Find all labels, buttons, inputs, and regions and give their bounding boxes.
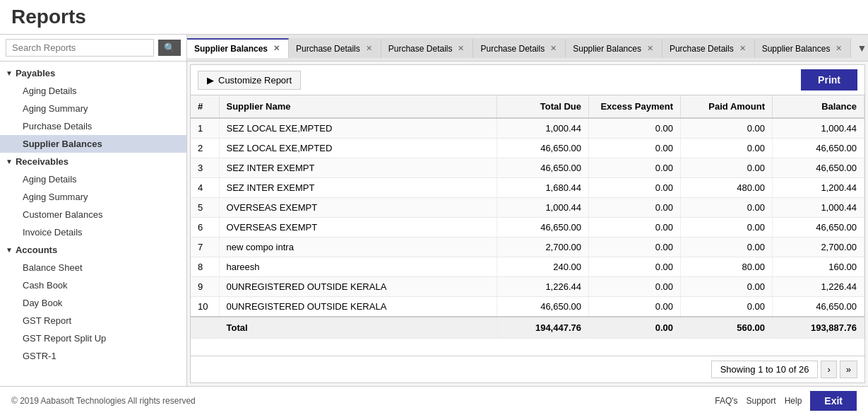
tab-label: Supplier Balances bbox=[194, 44, 268, 54]
search-input[interactable] bbox=[6, 39, 154, 57]
sidebar-item-aging-summary-receivables[interactable]: Aging Summary bbox=[0, 188, 186, 206]
customize-label: Customize Report bbox=[218, 75, 292, 86]
tabs-overflow-button[interactable]: ▼ bbox=[851, 38, 868, 58]
row-balance: 1,000.44 bbox=[773, 118, 864, 139]
next-page-button[interactable]: › bbox=[821, 361, 836, 378]
row-paid-amount: 0.00 bbox=[681, 118, 773, 139]
sidebar-group-receivables[interactable]: ▼ Receivables bbox=[0, 153, 186, 170]
sidebar-item-customer-balances[interactable]: Customer Balances bbox=[0, 206, 186, 223]
row-balance: 46,650.00 bbox=[773, 158, 864, 178]
table-row: 3 SEZ INTER EXEMPT 46,650.00 0.00 0.00 4… bbox=[191, 158, 864, 178]
tab-close-icon[interactable]: ✕ bbox=[456, 44, 465, 53]
sidebar-item-purchase-details[interactable]: Purchase Details bbox=[0, 117, 186, 135]
table-row: 4 SEZ INTER EXEMPT 1,680.44 0.00 480.00 … bbox=[191, 178, 864, 198]
row-paid-amount: 0.00 bbox=[681, 238, 773, 257]
row-total-due: 46,650.00 bbox=[497, 139, 589, 158]
sidebar-item-gst-report-split-up[interactable]: GST Report Split Up bbox=[0, 329, 186, 347]
exit-button[interactable]: Exit bbox=[810, 391, 857, 411]
row-total-due: 46,650.00 bbox=[497, 297, 589, 317]
customize-report-button[interactable]: ▶ Customize Report bbox=[198, 71, 301, 90]
col-header-supplier-name: Supplier Name bbox=[219, 95, 497, 118]
app-title: Reports bbox=[11, 6, 86, 28]
row-supplier-name: OVERSEAS EXEMPT bbox=[219, 218, 497, 238]
payables-triangle-icon: ▼ bbox=[6, 69, 13, 77]
row-num: 2 bbox=[191, 139, 219, 158]
tab-purchase-details-4[interactable]: Purchase Details ✕ bbox=[662, 38, 755, 58]
app-header: Reports bbox=[0, 0, 868, 35]
sidebar-item-invoice-details[interactable]: Invoice Details bbox=[0, 223, 186, 241]
receivables-triangle-icon: ▼ bbox=[6, 158, 13, 165]
row-balance: 46,650.00 bbox=[773, 139, 864, 158]
row-supplier-name: new compo intra bbox=[219, 238, 497, 257]
faq-link[interactable]: FAQ's bbox=[715, 396, 737, 406]
row-excess-payment: 0.00 bbox=[589, 257, 681, 277]
tab-close-icon[interactable]: ✕ bbox=[738, 44, 747, 53]
sidebar-item-cash-book[interactable]: Cash Book bbox=[0, 276, 186, 294]
last-page-button[interactable]: » bbox=[840, 361, 857, 378]
row-balance: 1,200.44 bbox=[773, 178, 864, 198]
search-bar: 🔍 bbox=[0, 35, 186, 62]
tab-close-icon[interactable]: ✕ bbox=[646, 44, 655, 53]
sidebar-item-gstr1[interactable]: GSTR-1 bbox=[0, 347, 186, 365]
tab-purchase-details-3[interactable]: Purchase Details ✕ bbox=[473, 38, 566, 58]
tab-close-icon[interactable]: ✕ bbox=[272, 44, 281, 53]
sidebar-item-aging-summary-payables[interactable]: Aging Summary bbox=[0, 100, 186, 117]
sidebar: 🔍 ▼ Payables Aging Details Aging Summary… bbox=[0, 35, 187, 386]
tab-label: Purchase Details bbox=[670, 44, 734, 54]
triangle-icon: ▶ bbox=[207, 75, 214, 86]
table-row: 8 hareesh 240.00 0.00 80.00 160.00 bbox=[191, 257, 864, 277]
print-button[interactable]: Print bbox=[801, 69, 857, 90]
sidebar-group-payables[interactable]: ▼ Payables bbox=[0, 64, 186, 82]
row-excess-payment: 0.00 bbox=[589, 118, 681, 139]
row-balance: 2,700.00 bbox=[773, 238, 864, 257]
row-supplier-name: SEZ LOCAL EXE,MPTED bbox=[219, 118, 497, 139]
tab-label: Supplier Balances bbox=[762, 44, 831, 54]
sidebar-item-aging-details-payables[interactable]: Aging Details bbox=[0, 82, 186, 100]
tab-supplier-balances-1[interactable]: Supplier Balances ✕ bbox=[187, 38, 289, 58]
row-excess-payment: 0.00 bbox=[589, 277, 681, 297]
tab-purchase-details-1[interactable]: Purchase Details ✕ bbox=[289, 38, 381, 58]
table-row: 9 0UNREGISTERED OUTSIDE KERALA 1,226.44 … bbox=[191, 277, 864, 297]
tab-label: Supplier Balances bbox=[573, 44, 641, 54]
support-link[interactable]: Support bbox=[747, 396, 776, 406]
row-paid-amount: 0.00 bbox=[681, 139, 773, 158]
tab-supplier-balances-3[interactable]: Supplier Balances ✕ bbox=[755, 38, 852, 58]
tab-purchase-details-2[interactable]: Purchase Details ✕ bbox=[381, 38, 474, 58]
sidebar-item-day-book[interactable]: Day Book bbox=[0, 294, 186, 312]
search-button[interactable]: 🔍 bbox=[158, 40, 181, 56]
sidebar-item-balance-sheet[interactable]: Balance Sheet bbox=[0, 259, 186, 276]
row-excess-payment: 0.00 bbox=[589, 218, 681, 238]
row-excess-payment: 0.00 bbox=[589, 139, 681, 158]
report-toolbar: ▶ Customize Report Print bbox=[191, 65, 864, 95]
tab-close-icon[interactable]: ✕ bbox=[549, 44, 558, 53]
row-balance: 1,226.44 bbox=[773, 277, 864, 297]
row-total-due: 46,650.00 bbox=[497, 158, 589, 178]
sidebar-item-supplier-balances[interactable]: Supplier Balances bbox=[0, 135, 186, 153]
sidebar-item-aging-details-receivables[interactable]: Aging Details bbox=[0, 170, 186, 188]
accounts-triangle-icon: ▼ bbox=[6, 246, 13, 254]
total-excess: 0.00 bbox=[589, 317, 681, 339]
row-excess-payment: 0.00 bbox=[589, 178, 681, 198]
report-table: # Supplier Name Total Due Excess Payment… bbox=[191, 95, 864, 339]
row-paid-amount: 0.00 bbox=[681, 277, 773, 297]
sidebar-item-gst-report[interactable]: GST Report bbox=[0, 312, 186, 329]
sidebar-content: ▼ Payables Aging Details Aging Summary P… bbox=[0, 62, 186, 386]
tab-close-icon[interactable]: ✕ bbox=[834, 44, 843, 53]
row-balance: 46,650.00 bbox=[773, 218, 864, 238]
total-label: Total bbox=[219, 317, 497, 339]
pagination-bar: Showing 1 to 10 of 26 › » bbox=[191, 356, 864, 382]
table-row: 1 SEZ LOCAL EXE,MPTED 1,000.44 0.00 0.00… bbox=[191, 118, 864, 139]
row-supplier-name: OVERSEAS EXEMPT bbox=[219, 198, 497, 218]
row-supplier-name: SEZ INTER EXEMPT bbox=[219, 178, 497, 198]
row-total-due: 1,000.44 bbox=[497, 198, 589, 218]
row-total-due: 1,000.44 bbox=[497, 118, 589, 139]
sidebar-group-accounts[interactable]: ▼ Accounts bbox=[0, 241, 186, 259]
report-content: ▶ Customize Report Print # Supplier Name… bbox=[190, 64, 865, 383]
tab-close-icon[interactable]: ✕ bbox=[364, 44, 374, 53]
row-supplier-name: hareesh bbox=[219, 257, 497, 277]
table-row: 7 new compo intra 2,700.00 0.00 0.00 2,7… bbox=[191, 238, 864, 257]
row-num: 6 bbox=[191, 218, 219, 238]
help-link[interactable]: Help bbox=[785, 396, 802, 406]
table-row: 10 0UNREGISTERED OUTSIDE KERALA 46,650.0… bbox=[191, 297, 864, 317]
tab-supplier-balances-2[interactable]: Supplier Balances ✕ bbox=[566, 38, 662, 58]
